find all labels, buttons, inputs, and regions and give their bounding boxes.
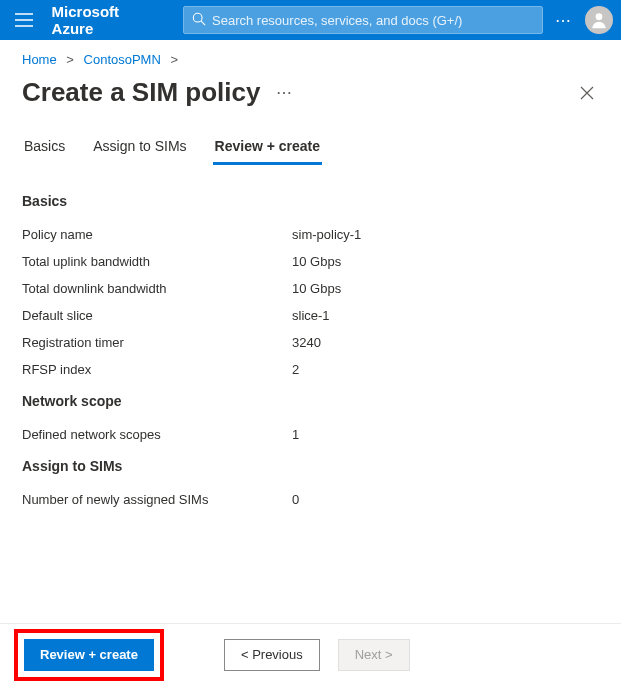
kv-label: Registration timer <box>22 335 292 350</box>
breadcrumb-item-resource[interactable]: ContosoPMN <box>84 52 161 67</box>
kv-value: 10 Gbps <box>292 254 341 269</box>
kv-label: Default slice <box>22 308 292 323</box>
section-heading-network-scope: Network scope <box>22 383 599 421</box>
kv-label: Defined network scopes <box>22 427 292 442</box>
wizard-footer: Review + create < Previous Next > <box>0 623 621 685</box>
review-content: Basics Policy namesim-policy-1 Total upl… <box>0 165 621 513</box>
breadcrumb-item-home[interactable]: Home <box>22 52 57 67</box>
kv-value: 2 <box>292 362 299 377</box>
section-heading-assign-to-sims: Assign to SIMs <box>22 448 599 486</box>
hamburger-icon[interactable] <box>8 4 40 36</box>
kv-label: Policy name <box>22 227 292 242</box>
kv-row: Policy namesim-policy-1 <box>22 221 599 248</box>
kv-value: 10 Gbps <box>292 281 341 296</box>
kv-label: Total uplink bandwidth <box>22 254 292 269</box>
page-header: Create a SIM policy ⋯ <box>0 73 621 122</box>
svg-line-1 <box>201 21 205 25</box>
breadcrumb: Home > ContosoPMN > <box>0 40 621 73</box>
next-button: Next > <box>338 639 410 671</box>
kv-value: 0 <box>292 492 299 507</box>
avatar[interactable] <box>585 6 613 34</box>
kv-row: Total uplink bandwidth10 Gbps <box>22 248 599 275</box>
search-input[interactable] <box>212 13 534 28</box>
close-icon[interactable] <box>575 81 599 105</box>
kv-row: RFSP index2 <box>22 356 599 383</box>
kv-label: RFSP index <box>22 362 292 377</box>
tab-review-create[interactable]: Review + create <box>213 132 322 165</box>
primary-button-highlight: Review + create <box>14 629 164 681</box>
kv-value: 1 <box>292 427 299 442</box>
svg-point-2 <box>596 13 603 20</box>
global-search[interactable] <box>183 6 543 34</box>
brand-label[interactable]: Microsoft Azure <box>48 3 175 37</box>
page-title: Create a SIM policy <box>22 77 260 108</box>
kv-value: slice-1 <box>292 308 330 323</box>
kv-row: Registration timer3240 <box>22 329 599 356</box>
page-more-icon[interactable]: ⋯ <box>276 85 293 101</box>
azure-topbar: Microsoft Azure ⋯ <box>0 0 621 40</box>
review-create-button[interactable]: Review + create <box>24 639 154 671</box>
kv-row: Defined network scopes1 <box>22 421 599 448</box>
kv-row: Total downlink bandwidth10 Gbps <box>22 275 599 302</box>
chevron-right-icon: > <box>164 52 184 67</box>
kv-row: Number of newly assigned SIMs0 <box>22 486 599 513</box>
wizard-tabs: Basics Assign to SIMs Review + create <box>0 122 621 165</box>
topbar-more-icon[interactable]: ⋯ <box>551 8 575 32</box>
chevron-right-icon: > <box>60 52 80 67</box>
kv-label: Total downlink bandwidth <box>22 281 292 296</box>
kv-label: Number of newly assigned SIMs <box>22 492 292 507</box>
kv-row: Default sliceslice-1 <box>22 302 599 329</box>
section-heading-basics: Basics <box>22 183 599 221</box>
tab-assign-to-sims[interactable]: Assign to SIMs <box>91 132 188 165</box>
kv-value: 3240 <box>292 335 321 350</box>
previous-button[interactable]: < Previous <box>224 639 320 671</box>
kv-value: sim-policy-1 <box>292 227 361 242</box>
svg-point-0 <box>193 13 202 22</box>
tab-basics[interactable]: Basics <box>22 132 67 165</box>
search-icon <box>192 12 206 29</box>
